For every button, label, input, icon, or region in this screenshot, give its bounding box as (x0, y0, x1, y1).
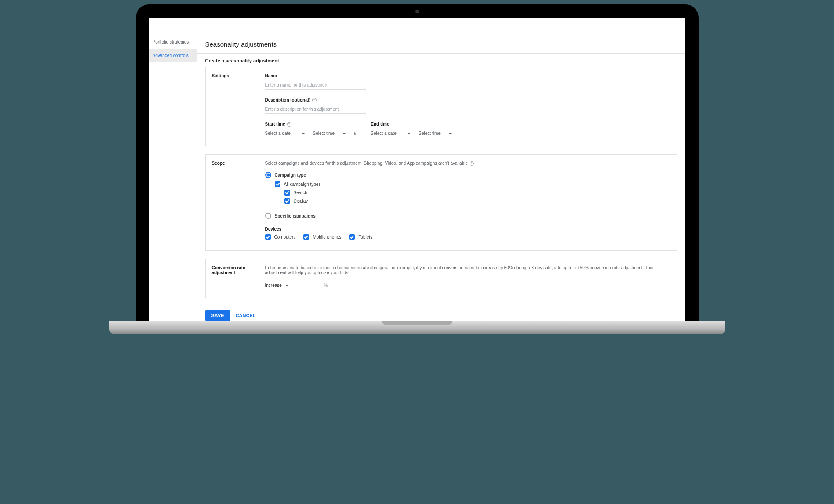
name-label: Name (265, 73, 671, 78)
settings-label: Settings (212, 73, 261, 78)
actions-row: SAVE CANCEL (197, 306, 685, 321)
end-time-label: End time (371, 122, 453, 127)
help-icon[interactable]: ? (470, 161, 474, 166)
help-icon[interactable]: ? (312, 98, 317, 102)
search-label: Search (294, 190, 308, 195)
tablets-checkbox[interactable] (349, 234, 355, 240)
save-button[interactable]: SAVE (205, 310, 230, 321)
app-screen: Portfolio strategies Advanced controls S… (149, 18, 685, 321)
computers-checkbox[interactable] (265, 234, 271, 240)
to-label: to (354, 131, 357, 136)
devices-label: Devices (265, 227, 671, 232)
start-time-label: Start time ? (265, 122, 358, 127)
settings-card: Settings Name Description (optional) ? (205, 67, 677, 146)
mobile-label: Mobile phones (313, 235, 341, 239)
camera-icon (415, 10, 419, 13)
campaign-type-radio[interactable] (265, 172, 271, 178)
sidebar-item-advanced[interactable]: Advanced controls (149, 49, 197, 62)
name-input[interactable] (265, 81, 366, 90)
sidebar: Portfolio strategies Advanced controls (149, 18, 197, 321)
page-subtitle: Create a seasonality adjustment (197, 54, 685, 67)
scope-card: Scope Select campaigns and devices for t… (205, 154, 677, 251)
start-time-select[interactable]: Select time (313, 129, 348, 138)
end-date-select[interactable]: Select a date (371, 129, 412, 138)
chevron-down-icon (302, 133, 305, 134)
specific-campaigns-radio[interactable] (265, 213, 271, 219)
scope-helper: Select campaigns and devices for this ad… (265, 161, 671, 166)
laptop-frame: Portfolio strategies Advanced controls S… (136, 4, 699, 321)
all-types-checkbox[interactable] (275, 181, 280, 187)
start-date-select[interactable]: Select a date (265, 129, 307, 138)
cancel-button[interactable]: CANCEL (236, 313, 256, 318)
specific-campaigns-label: Specific campaigns (275, 214, 316, 218)
main-content: Seasonality adjustments Create a seasona… (197, 18, 685, 321)
tablets-label: Tablets (358, 235, 372, 239)
laptop-base (109, 321, 725, 334)
rate-direction-select[interactable]: Increase (265, 281, 289, 290)
chevron-down-icon (342, 133, 346, 134)
rate-value-input[interactable] (302, 283, 324, 288)
search-checkbox[interactable] (284, 190, 290, 196)
chevron-down-icon (448, 133, 452, 134)
rate-helper: Enter an estimate based on expected conv… (265, 265, 671, 275)
sidebar-item-portfolio[interactable]: Portfolio strategies (149, 35, 197, 49)
percent-symbol: % (324, 283, 328, 288)
mobile-checkbox[interactable] (303, 234, 309, 240)
rate-label: Conversion rate adjustment (212, 265, 261, 275)
description-label: Description (optional) ? (265, 98, 671, 102)
display-checkbox[interactable] (284, 198, 290, 204)
help-icon[interactable]: ? (287, 122, 291, 127)
page-title: Seasonality adjustments (197, 35, 685, 54)
all-types-label: All campaign types (284, 182, 321, 187)
chevron-down-icon (285, 285, 289, 286)
computers-label: Computers (274, 235, 296, 239)
rate-card: Conversion rate adjustment Enter an esti… (205, 259, 677, 298)
end-time-select[interactable]: Select time (419, 129, 453, 138)
display-label: Display (294, 199, 308, 203)
scope-label: Scope (212, 161, 261, 166)
description-input[interactable] (265, 105, 366, 114)
chevron-down-icon (407, 133, 411, 134)
campaign-type-label: Campaign type (275, 173, 306, 178)
